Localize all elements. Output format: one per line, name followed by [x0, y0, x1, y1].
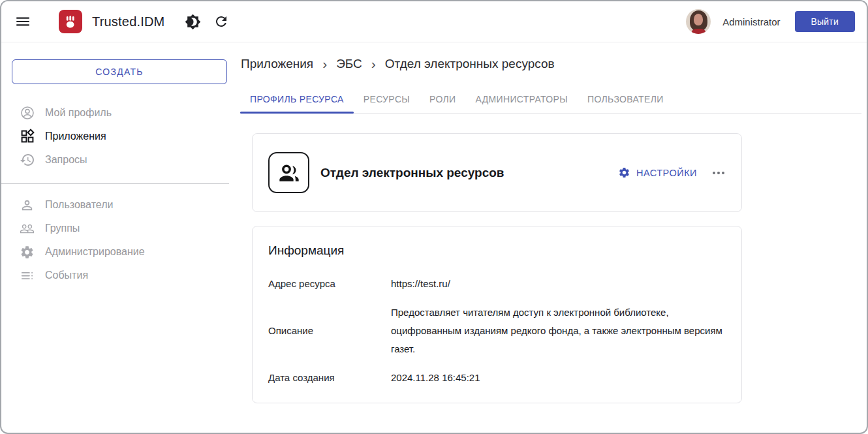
account-circle-icon [20, 105, 35, 121]
breadcrumb: Приложения › ЭБС › Отдел электронных рес… [240, 57, 861, 71]
main-content: Приложения › ЭБС › Отдел электронных рес… [238, 42, 867, 433]
sidebar-item-applications[interactable]: Приложения [1, 125, 238, 148]
tab-users[interactable]: ПОЛЬЗОВАТЕЛИ [578, 86, 674, 113]
people-icon [20, 221, 35, 236]
gear-icon [20, 244, 35, 260]
sidebar-divider [1, 183, 229, 184]
sidebar: СОЗДАТЬ Мой профиль [1, 42, 238, 433]
sidebar-item-label: Приложения [45, 131, 106, 142]
topbar-user-area: Administrator Выйти [686, 9, 855, 34]
resource-actions: НАСТРОЙКИ [618, 166, 726, 179]
brand[interactable]: Trusted.IDM [59, 10, 164, 33]
sidebar-item-users[interactable]: Пользователи [1, 193, 238, 217]
sidebar-item-administration[interactable]: Администрирование [1, 240, 238, 264]
sidebar-item-label: Мой профиль [45, 107, 112, 119]
info-value-address: https://test.ru/ [391, 275, 450, 293]
resource-header-card: Отдел электронных ресурсов НАСТРОЙКИ [252, 133, 742, 212]
sidebar-item-requests[interactable]: Запросы [1, 148, 238, 172]
info-value-description: Предоставляет читателям доступ к электро… [391, 303, 726, 358]
theme-toggle-button[interactable] [184, 13, 201, 30]
brightness-toggle-icon [185, 14, 201, 30]
tab-resource-profile[interactable]: ПРОФИЛЬ РЕСУРСА [240, 86, 354, 113]
logout-button[interactable]: Выйти [795, 11, 855, 32]
sidebar-item-my-profile[interactable]: Мой профиль [1, 101, 238, 125]
brand-name: Trusted.IDM [92, 14, 164, 29]
info-row-address: Адрес ресурса https://test.ru/ [268, 275, 726, 293]
tab-bar: ПРОФИЛЬ РЕСУРСА РЕСУРСЫ РОЛИ АДМИНИСТРАТ… [240, 86, 861, 114]
breadcrumb-item-applications[interactable]: Приложения [241, 57, 313, 71]
refresh-icon [213, 14, 229, 29]
info-label: Описание [268, 322, 391, 340]
sidebar-item-groups[interactable]: Группы [1, 217, 238, 240]
sidebar-item-label: События [45, 270, 88, 281]
breadcrumb-item-ebs[interactable]: ЭБС [336, 57, 362, 71]
sidebar-secondary-nav: Пользователи Группы Администрирование [1, 193, 238, 287]
topbar: Trusted.IDM Administrator Выйти [1, 1, 867, 42]
sidebar-item-label: Запросы [45, 154, 87, 166]
chevron-right-icon: › [322, 57, 327, 70]
person-icon [20, 197, 35, 213]
sidebar-primary-nav: Мой профиль Приложения [1, 101, 238, 172]
tab-administrators[interactable]: АДМИНИСТРАТОРЫ [466, 86, 578, 113]
information-card: Информация Адрес ресурса https://test.ru… [252, 226, 742, 403]
list-icon [20, 268, 35, 283]
settings-label: НАСТРОЙКИ [636, 168, 697, 178]
tab-roles[interactable]: РОЛИ [420, 86, 465, 113]
info-row-created-date: Дата создания 2024.11.28 16:45:21 [268, 369, 726, 387]
info-row-description: Описание Предоставляет читателям доступ … [268, 303, 726, 358]
chevron-right-icon: › [371, 57, 376, 70]
create-button[interactable]: СОЗДАТЬ [12, 59, 227, 84]
info-value-created-date: 2024.11.28 16:45:21 [391, 369, 480, 387]
info-label: Адрес ресурса [268, 275, 391, 293]
information-title: Информация [268, 243, 726, 258]
hamburger-menu-button[interactable] [14, 13, 31, 30]
hamburger-icon [14, 13, 31, 30]
settings-button[interactable]: НАСТРОЙКИ [618, 166, 697, 179]
resource-avatar [268, 152, 309, 193]
user-avatar[interactable] [686, 9, 711, 34]
sidebar-item-label: Группы [45, 223, 80, 234]
sidebar-item-events[interactable]: События [1, 264, 238, 287]
avatar-art [694, 14, 703, 25]
info-label: Дата создания [268, 369, 391, 387]
sidebar-item-label: Пользователи [45, 199, 113, 211]
more-horizontal-icon [713, 172, 724, 174]
history-icon [20, 152, 35, 168]
widgets-icon [20, 129, 35, 144]
refresh-button[interactable] [213, 13, 230, 30]
sidebar-item-label: Администрирование [45, 246, 145, 258]
user-name: Administrator [722, 16, 780, 27]
gear-icon [618, 166, 630, 179]
avatar-art [692, 29, 705, 34]
app-window: Trusted.IDM Administrator Выйти СОЗДАТЬ [0, 0, 868, 434]
resource-title: Отдел электронных ресурсов [320, 166, 504, 180]
tab-resources[interactable]: РЕСУРСЫ [354, 86, 420, 113]
breadcrumb-item-current: Отдел электронных ресурсов [385, 57, 555, 71]
trusted-idm-logo-icon [59, 10, 82, 33]
more-options-button[interactable] [711, 168, 726, 178]
group-icon [276, 160, 302, 186]
